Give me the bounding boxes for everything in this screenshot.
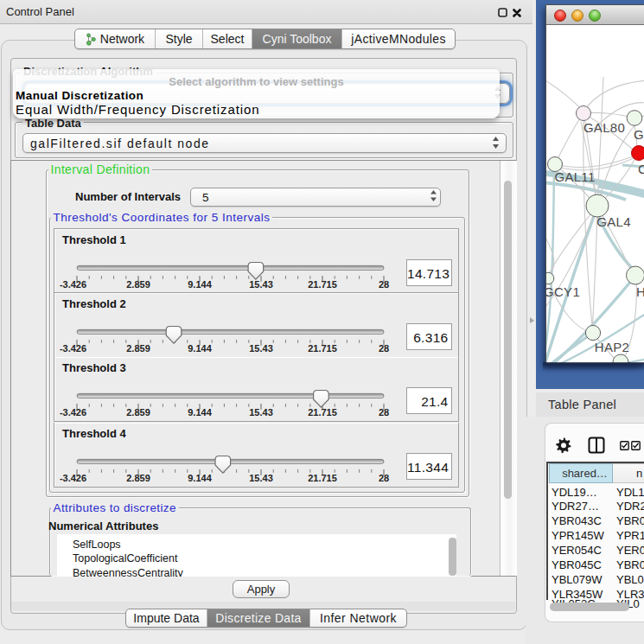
svg-text:28: 28 xyxy=(379,279,389,290)
svg-text:9.144: 9.144 xyxy=(188,473,212,483)
svg-text:2.859: 2.859 xyxy=(126,279,150,290)
svg-text:9.144: 9.144 xyxy=(188,407,212,418)
svg-text:21.715: 21.715 xyxy=(308,343,337,354)
svg-text:-3.426: -3.426 xyxy=(60,279,86,290)
svg-text:GAL80: GAL80 xyxy=(583,120,625,135)
svg-text:28: 28 xyxy=(379,473,389,483)
svg-text:HAP2: HAP2 xyxy=(595,340,629,354)
svg-text:2.859: 2.859 xyxy=(126,407,150,418)
svg-text:GCY1: GCY1 xyxy=(546,284,580,299)
svg-text:15.43: 15.43 xyxy=(249,407,273,418)
svg-text:C: C xyxy=(638,162,644,176)
svg-text:-3.426: -3.426 xyxy=(60,473,86,483)
svg-text:GA: GA xyxy=(634,127,644,142)
svg-text:21.715: 21.715 xyxy=(308,279,337,290)
svg-text:9.144: 9.144 xyxy=(188,343,212,354)
svg-text:-3.426: -3.426 xyxy=(60,343,86,354)
svg-text:2.859: 2.859 xyxy=(126,473,150,483)
svg-text:15.43: 15.43 xyxy=(249,473,273,483)
svg-text:9.144: 9.144 xyxy=(188,279,212,290)
svg-text:15.43: 15.43 xyxy=(249,343,273,354)
svg-text:21.715: 21.715 xyxy=(308,473,337,483)
svg-text:21.715: 21.715 xyxy=(308,407,337,418)
svg-text:H: H xyxy=(636,284,644,299)
svg-text:15.43: 15.43 xyxy=(249,279,273,290)
svg-text:-3.426: -3.426 xyxy=(60,407,86,418)
svg-text:28: 28 xyxy=(379,343,389,354)
svg-text:GAL4: GAL4 xyxy=(596,214,631,229)
svg-text:2.859: 2.859 xyxy=(126,343,150,354)
svg-text:28: 28 xyxy=(379,407,389,418)
svg-text:GAL11: GAL11 xyxy=(554,169,595,184)
